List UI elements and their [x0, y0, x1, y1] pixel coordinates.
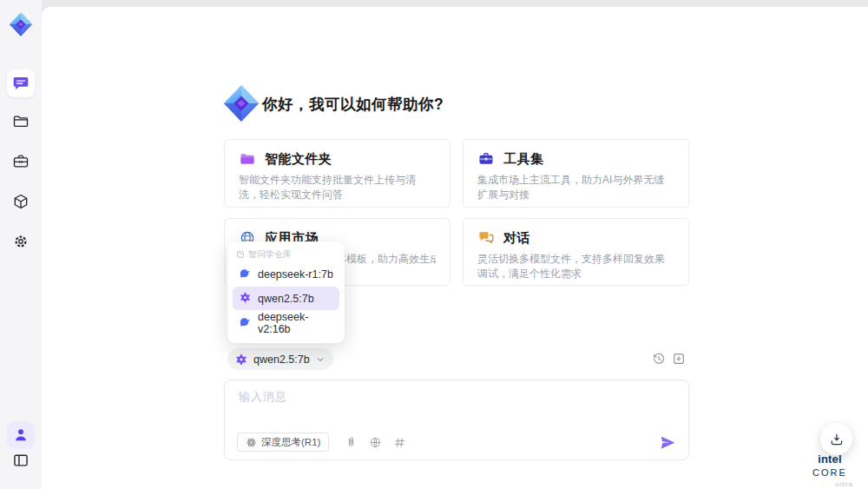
sidebar-item-account[interactable]	[7, 421, 35, 449]
model-dropdown: 智问学仓库 deepseek-r1:7b qwen2.5:7b deepseek…	[227, 241, 345, 343]
model-option-qwen[interactable]: qwen2.5:7b	[233, 287, 339, 310]
deepseek-whale-icon	[239, 267, 252, 282]
paperclip-icon[interactable]	[345, 436, 358, 449]
new-window-icon[interactable]	[672, 352, 686, 366]
briefcase-icon	[477, 150, 495, 168]
model-option-deepseek-r1[interactable]: deepseek-r1:7b	[233, 262, 339, 286]
folder-icon	[12, 113, 30, 130]
card-title: 工具集	[503, 151, 544, 168]
deep-think-label: 深度思考(R1)	[261, 436, 320, 449]
card-title: 对话	[503, 230, 530, 247]
chat-icon	[12, 75, 30, 92]
deep-think-toggle[interactable]: 深度思考(R1)	[237, 433, 329, 452]
sidebar-item-folders[interactable]	[7, 108, 35, 135]
card-title: 智能文件夹	[265, 151, 332, 168]
message-placeholder: 输入消息	[239, 389, 287, 405]
purple-folder-icon	[239, 150, 256, 168]
model-option-label: deepseek-v2:16b	[258, 311, 333, 335]
chevron-down-icon	[315, 354, 326, 365]
model-option-label: qwen2.5:7b	[258, 293, 314, 305]
sidebar-item-models[interactable]	[7, 188, 35, 215]
hash-icon[interactable]	[393, 436, 406, 449]
card-desc: 灵活切换多模型文件，支持多样回复效果调试，满足个性化需求	[477, 252, 674, 281]
model-selector-label: qwen2.5:7b	[253, 354, 310, 366]
qwen-icon	[234, 353, 248, 367]
history-icon[interactable]	[652, 352, 666, 366]
model-dropdown-header: 智问学仓库	[233, 248, 339, 261]
repo-icon	[236, 250, 245, 259]
chat-bubbles-icon	[477, 229, 495, 247]
qwen-icon	[239, 291, 252, 307]
composer-toolbar: 深度思考(R1)	[237, 433, 676, 452]
card-desc: 集成市场上主流工具，助力AI与外界无缝扩展与对接	[477, 173, 674, 202]
intel-tier-text: ultra	[801, 479, 858, 489]
panel-icon	[12, 452, 30, 469]
intel-product-text: core	[812, 467, 847, 478]
greeting-logo-icon	[221, 83, 261, 123]
sidebar-item-toolbox[interactable]	[7, 148, 35, 175]
card-toolset[interactable]: 工具集 集成市场上主流工具，助力AI与外界无缝扩展与对接	[463, 139, 689, 208]
cube-icon	[12, 193, 30, 210]
sidebar-item-collapse[interactable]	[7, 446, 35, 474]
model-option-deepseek-v2[interactable]: deepseek-v2:16b	[233, 311, 339, 334]
model-selector-button[interactable]: qwen2.5:7b	[227, 348, 333, 370]
card-smart-folder[interactable]: 智能文件夹 智能文件夹功能支持批量文件上传与清洗，轻松实现文件问答	[224, 139, 450, 208]
message-input[interactable]: 输入消息 深度思考(R1)	[224, 380, 689, 460]
toolbox-icon	[12, 153, 30, 170]
atom-icon	[246, 437, 257, 448]
model-option-label: deepseek-r1:7b	[258, 268, 333, 281]
settings-gear-icon	[12, 233, 30, 250]
send-icon[interactable]	[660, 434, 676, 451]
globe-icon[interactable]	[369, 436, 382, 449]
download-fab[interactable]	[820, 423, 852, 455]
greeting-title: 你好，我可以如何帮助你?	[262, 94, 444, 115]
download-icon	[829, 432, 845, 447]
deepseek-whale-icon	[239, 315, 252, 331]
app-logo-icon	[7, 10, 35, 38]
sidebar	[0, 0, 42, 489]
sidebar-item-chat[interactable]	[7, 69, 35, 97]
card-desc-partial: 本模板，助力高效生成多	[336, 252, 436, 267]
card-conversation[interactable]: 对话 灵活切换多模型文件，支持多样回复效果调试，满足个性化需求	[463, 218, 689, 286]
user-icon	[12, 426, 30, 444]
app-window: 你好，我可以如何帮助你? 智能文件夹 智能文件夹功能支持批量文件上传与清洗，轻松…	[0, 0, 868, 489]
sidebar-item-settings[interactable]	[7, 228, 35, 255]
card-desc: 智能文件夹功能支持批量文件上传与清洗，轻松实现文件问答	[239, 173, 436, 202]
intel-brand-text: intel	[818, 453, 842, 466]
intel-core-badge: intel core ultra	[801, 453, 858, 489]
